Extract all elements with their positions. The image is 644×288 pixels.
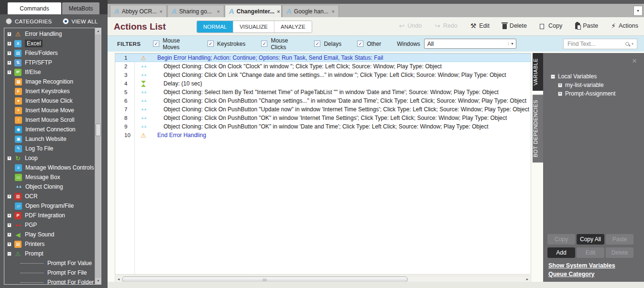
close-tab-icon[interactable]: × xyxy=(217,9,220,14)
mode-button-normal[interactable]: NORMAL xyxy=(197,21,233,32)
sidebar-item-if-else[interactable]: +IFIf/Else xyxy=(5,67,95,77)
checkbox-icon[interactable]: ✓ xyxy=(314,41,320,47)
toolbar-delete-button[interactable]: Delete xyxy=(502,22,527,29)
sidebar-item-manage-windows-controls[interactable]: ≡Manage Windows Controls xyxy=(5,163,95,172)
sidebar-item-open-program-file[interactable]: ▱Open Program/File xyxy=(5,201,95,211)
sidebar-scrollbar-thumb[interactable] xyxy=(96,124,101,136)
sidebar-tab-commands[interactable]: Commands xyxy=(8,2,61,14)
checkbox-icon[interactable]: ✓ xyxy=(261,41,267,47)
close-tab-icon[interactable]: × xyxy=(160,9,163,14)
toolbar-paste-button[interactable]: Paste xyxy=(575,22,598,29)
radio-view-all[interactable]: VIEW ALL xyxy=(63,18,98,24)
close-icon[interactable]: × xyxy=(632,57,637,65)
scroll-down-icon[interactable]: ▼ xyxy=(95,278,101,284)
expand-icon[interactable]: + xyxy=(7,213,11,218)
expand-icon[interactable]: + xyxy=(7,156,11,160)
sidebar-item-ocr[interactable]: +▥OCR xyxy=(5,192,95,201)
sidebar-item-pdf-integration[interactable]: +PPDF Integration xyxy=(5,211,95,220)
close-tab-icon[interactable]: × xyxy=(332,9,335,14)
sidebar-item-launch-website[interactable]: ▣Launch Website xyxy=(5,134,95,144)
sidebar-item-files-folders[interactable]: +▤Files/Folders xyxy=(5,48,95,58)
mode-button-visualize[interactable]: VISUALIZE xyxy=(233,21,274,32)
close-tab-icon[interactable]: × xyxy=(277,9,280,14)
windows-dropdown[interactable]: All ▼ xyxy=(424,39,516,49)
sidebar-item-prompt[interactable]: −⚠Prompt xyxy=(5,249,95,258)
sidebar-item-play-sound[interactable]: +◀Play Sound xyxy=(5,230,95,239)
expand-icon[interactable]: + xyxy=(558,83,562,87)
expand-icon[interactable]: + xyxy=(7,42,11,46)
sidebar-item-message-box[interactable]: ▭Message Box xyxy=(5,172,95,182)
document-tab-changeinter[interactable]: AChangeInter...× xyxy=(225,5,282,17)
copy-all-button[interactable]: Copy All xyxy=(577,234,604,245)
sidebar-item-log-to-file[interactable]: ✎Log To File xyxy=(5,144,95,153)
toolbar-copy-button[interactable]: Copy xyxy=(540,22,562,29)
tree-node-local-variables[interactable]: − Local Variables xyxy=(551,72,615,81)
filter-checkbox-mouse-moves[interactable]: ✓Mouse Moves xyxy=(153,37,192,51)
tree-node-my-list-variable[interactable]: +my-list-variable xyxy=(558,81,615,89)
action-row-4[interactable]: 4Delay: (10 sec) xyxy=(115,79,531,88)
sidebar-item-insert-mouse-scroll[interactable]: ↕Insert Mouse Scroll xyxy=(5,115,95,125)
filter-checkbox-delays[interactable]: ✓Delays xyxy=(314,41,341,47)
action-row-10[interactable]: 10⚠End Error Handling xyxy=(115,131,531,139)
sidebar-scrollbar[interactable]: ▲ ▼ xyxy=(95,28,101,284)
action-row-7[interactable]: 7▲▲Object Cloning: Click On PushButton "… xyxy=(115,105,531,114)
expand-icon[interactable]: + xyxy=(7,223,11,227)
sidebar-item-prompt-for-value[interactable]: Prompt For Value xyxy=(5,258,95,268)
toolbar-edit-button[interactable]: ⚒Edit xyxy=(470,22,490,29)
expand-icon[interactable]: + xyxy=(7,70,11,75)
sidebar-item-insert-mouse-click[interactable]: ●Insert Mouse Click xyxy=(5,96,95,106)
sidebar-item-insert-mouse-move[interactable]: +Insert Mouse Move xyxy=(5,106,95,115)
document-tab-sharing-go[interactable]: ASharing go...× xyxy=(167,5,224,17)
sidebar-item-internet-connection[interactable]: ◉Internet Connection xyxy=(5,125,95,134)
scroll-up-icon[interactable]: ▲ xyxy=(95,28,101,34)
filter-checkbox-other[interactable]: ✓Other xyxy=(357,41,381,47)
collapse-icon[interactable]: − xyxy=(7,252,11,256)
search-options-arrow-icon[interactable]: ▼ xyxy=(631,43,634,45)
action-row-2[interactable]: 2▲▲Object Cloning: Click On Clock "Clock… xyxy=(115,62,531,71)
tab-overflow-button[interactable]: ▼ xyxy=(633,6,643,16)
sidebar-item-printers[interactable]: +▤Printers xyxy=(5,239,95,249)
checkbox-icon[interactable]: ✓ xyxy=(357,41,363,47)
collapse-icon[interactable]: − xyxy=(551,75,555,79)
action-row-6[interactable]: 6▲▲Object Cloning: Click On PushButton "… xyxy=(115,96,531,105)
tree-node-prompt-assignment[interactable]: +Prompt-Assignment xyxy=(558,89,615,98)
sidebar-item-excel[interactable]: +XExcel xyxy=(5,39,95,48)
expand-icon[interactable]: + xyxy=(558,92,562,96)
document-tab-google-han[interactable]: AGoogle han...× xyxy=(282,5,339,17)
sidebar-item-prompt-for-file[interactable]: Prompt For File xyxy=(5,268,95,277)
sidebar-item-object-cloning[interactable]: ▲▲Object Cloning xyxy=(5,182,95,192)
filter-checkbox-mouse-clicks[interactable]: ✓Mouse Clicks xyxy=(261,37,298,51)
document-tab-abbyy-ocr[interactable]: AAbbyy OCR...× xyxy=(110,5,167,17)
sidebar-item-loop[interactable]: +↻Loop xyxy=(5,153,95,163)
sidebar-item-pgp[interactable]: +⊶PGP xyxy=(5,220,95,230)
find-text-box[interactable]: ▼ xyxy=(563,39,637,49)
checkbox-icon[interactable]: ✓ xyxy=(207,41,214,47)
filter-checkbox-keystrokes[interactable]: ✓Keystrokes xyxy=(207,41,245,47)
checkbox-icon[interactable]: ✓ xyxy=(153,41,159,47)
mode-button-analyze[interactable]: ANALYZE xyxy=(274,21,312,32)
sidebar-item-ftp-sftp[interactable]: +⇅FTP/SFTP xyxy=(5,58,95,67)
panel-tab-bot-dependencies[interactable]: BOT DEPENDENCIES xyxy=(533,95,543,162)
toolbar-actions-button[interactable]: ⚡Actions xyxy=(611,22,638,29)
action-row-8[interactable]: 8▲▲Object Cloning: Click On PushButton "… xyxy=(115,114,531,122)
action-row-3[interactable]: 3▲▲Object Cloning: Click On Link "Change… xyxy=(115,71,531,79)
sidebar-item-prompt-for-folder[interactable]: Prompt For Folder xyxy=(5,277,95,285)
link-queue-category[interactable]: Queue Category xyxy=(548,271,615,277)
expand-icon[interactable]: + xyxy=(7,233,11,237)
link-show-system-variables[interactable]: Show System Variables xyxy=(548,262,615,269)
action-row-1[interactable]: 1⚠Begin Error Handling; Action: Continue… xyxy=(115,53,531,62)
add-button[interactable]: Add xyxy=(547,247,575,258)
sidebar-tab-metabots[interactable]: MetaBots xyxy=(62,2,99,14)
expand-icon[interactable]: + xyxy=(7,61,11,65)
sidebar-item-image-recognition[interactable]: ▦Image Recognition xyxy=(5,77,95,86)
expand-icon[interactable]: + xyxy=(7,194,11,199)
sidebar-item-error-handling[interactable]: +⚠Error Handling xyxy=(5,29,95,39)
panel-tab-variable[interactable]: VARIABLE xyxy=(533,53,543,91)
find-text-input[interactable] xyxy=(567,40,625,48)
action-row-5[interactable]: 5▲▲Object Cloning: Select Item By Text "… xyxy=(115,88,531,96)
search-icon[interactable] xyxy=(625,42,629,46)
sidebar-item-insert-keystrokes[interactable]: FInsert Keystrokes xyxy=(5,86,95,96)
radio-categories[interactable]: CATEGORIES xyxy=(6,18,52,24)
expand-icon[interactable]: + xyxy=(7,242,11,246)
scroll-right-icon[interactable]: ► xyxy=(524,277,531,281)
